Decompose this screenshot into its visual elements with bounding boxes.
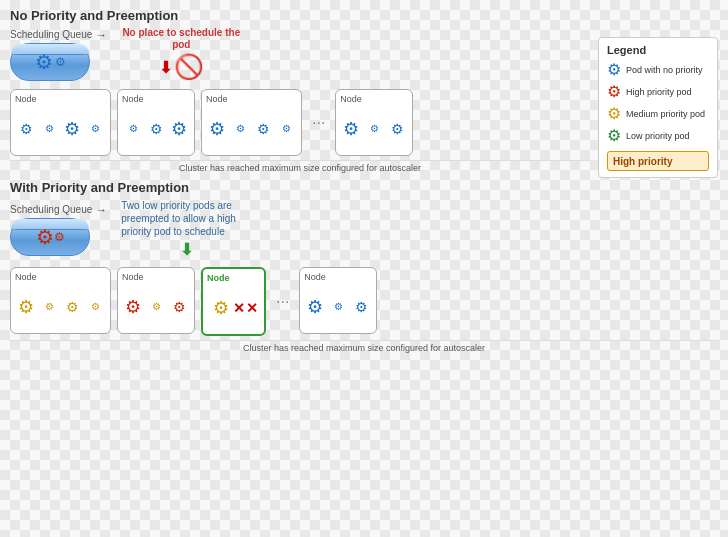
top-node-2-label: Node bbox=[122, 94, 190, 104]
bottom-node-2-label: Node bbox=[122, 272, 190, 282]
bottom-queue-label: Scheduling Queue bbox=[10, 204, 92, 215]
dots-1: ··· bbox=[308, 114, 329, 132]
bottom-node-2: Node ⚙ ⚙ ⚙ bbox=[117, 267, 195, 334]
pod-c1: ⚙ bbox=[206, 118, 228, 140]
high-priority-box: High priority bbox=[607, 151, 709, 171]
bottom-node-3-label: Node bbox=[207, 273, 260, 283]
pod-c4: ⚙ bbox=[275, 118, 297, 140]
bottom-node-1: Node ⚙ ⚙ ⚙ ⚙ bbox=[10, 267, 111, 334]
bottom-node-4-label: Node bbox=[304, 272, 372, 282]
top-section: No Priority and Preemption Scheduling Qu… bbox=[10, 8, 718, 178]
pod-ry1: ⚙ bbox=[145, 296, 167, 318]
pod-bn2: ⚙ bbox=[327, 296, 349, 318]
top-node-4-label: Node bbox=[340, 94, 408, 104]
bottom-left-area: Scheduling Queue → ⚙ ⚙ Two low priority … bbox=[10, 199, 718, 353]
top-section-title: No Priority and Preemption bbox=[10, 8, 718, 23]
bottom-cylinder-pod2: ⚙ bbox=[54, 230, 65, 244]
no-schedule-area: No place to schedule the pod ⬇ 🚫 bbox=[121, 27, 241, 81]
top-node-4: Node ⚙ ⚙ ⚙ bbox=[335, 89, 413, 156]
legend-yellow-icon: ⚙ bbox=[607, 104, 621, 123]
dots-2: ··· bbox=[272, 293, 293, 311]
pod-b3: ⚙ bbox=[168, 118, 190, 140]
preemption-area: Two low priority pods are preempted to a… bbox=[121, 199, 251, 259]
pod-yn1: ⚙ bbox=[210, 297, 232, 319]
top-node-2-content: ⚙ ⚙ ⚙ bbox=[122, 106, 190, 151]
top-cylinder: ⚙ ⚙ bbox=[10, 43, 90, 81]
no-sign: 🚫 bbox=[174, 53, 204, 81]
main-container: No Priority and Preemption Scheduling Qu… bbox=[0, 0, 728, 361]
legend-red-icon: ⚙ bbox=[607, 82, 621, 101]
pod-r2: ⚙ bbox=[168, 296, 190, 318]
bottom-nodes-row: Node ⚙ ⚙ ⚙ ⚙ Node ⚙ ⚙ bbox=[10, 267, 718, 336]
bottom-node-4-content: ⚙ ⚙ ⚙ bbox=[304, 284, 372, 329]
pod-c2: ⚙ bbox=[229, 118, 251, 140]
pod-blue-1: ⚙ bbox=[15, 118, 37, 140]
top-queue-arrow: → bbox=[95, 28, 107, 42]
bottom-cylinder-pod: ⚙ bbox=[36, 225, 54, 249]
pod-bn1: ⚙ bbox=[304, 296, 326, 318]
bottom-node-2-content: ⚙ ⚙ ⚙ bbox=[122, 284, 190, 329]
legend-green-text: Low priority pod bbox=[626, 131, 690, 141]
top-cylinder-pod: ⚙ bbox=[35, 50, 53, 74]
pod-y4: ⚙ bbox=[84, 296, 106, 318]
pod-y3: ⚙ bbox=[61, 296, 83, 318]
bottom-cylinder: ⚙ ⚙ bbox=[10, 218, 90, 256]
pod-c3: ⚙ bbox=[252, 118, 274, 140]
no-place-label: No place to schedule the pod bbox=[121, 27, 241, 51]
x-mark-2: ✕ bbox=[246, 300, 258, 316]
bottom-node-1-label: Node bbox=[15, 272, 106, 282]
bottom-queue-arrow: → bbox=[95, 203, 107, 217]
legend-yellow-text: Medium priority pod bbox=[626, 109, 705, 119]
pod-blue-3: ⚙ bbox=[61, 118, 83, 140]
legend-item-green: ⚙ Low priority pod bbox=[607, 126, 709, 145]
legend-item-yellow: ⚙ Medium priority pod bbox=[607, 104, 709, 123]
top-cylinder-pod2: ⚙ bbox=[55, 55, 66, 69]
pod-r1: ⚙ bbox=[122, 296, 144, 318]
top-node-1-content: ⚙ ⚙ ⚙ ⚙ bbox=[15, 106, 106, 151]
pod-b1: ⚙ bbox=[122, 118, 144, 140]
pod-b2: ⚙ bbox=[145, 118, 167, 140]
pod-y2: ⚙ bbox=[38, 296, 60, 318]
top-node-1-label: Node bbox=[15, 94, 106, 104]
legend-item-blue: ⚙ Pod with no priority bbox=[607, 60, 709, 79]
legend-green-icon: ⚙ bbox=[607, 126, 621, 145]
legend-box: Legend ⚙ Pod with no priority ⚙ High pri… bbox=[598, 37, 718, 178]
pod-blue-2: ⚙ bbox=[38, 118, 60, 140]
top-nodes-row: Node ⚙ ⚙ ⚙ ⚙ Node ⚙ ⚙ bbox=[10, 89, 590, 156]
pod-d1: ⚙ bbox=[340, 118, 362, 140]
legend-item-red: ⚙ High priority pod bbox=[607, 82, 709, 101]
preemption-label: Two low priority pods are preempted to a… bbox=[121, 199, 251, 238]
bottom-scheduling-row: Scheduling Queue → ⚙ ⚙ Two low priority … bbox=[10, 199, 718, 259]
bottom-node-1-content: ⚙ ⚙ ⚙ ⚙ bbox=[15, 284, 106, 329]
top-node-2: Node ⚙ ⚙ ⚙ bbox=[117, 89, 195, 156]
top-node-3-content: ⚙ ⚙ ⚙ ⚙ bbox=[206, 106, 297, 151]
top-node-1: Node ⚙ ⚙ ⚙ ⚙ bbox=[10, 89, 111, 156]
x-mark-1: ✕ bbox=[233, 300, 245, 316]
high-priority-label: High priority bbox=[613, 156, 672, 167]
green-arrow: ⬇ bbox=[180, 240, 193, 259]
top-node-3: Node ⚙ ⚙ ⚙ ⚙ bbox=[201, 89, 302, 156]
bottom-node-3-content: ⚙ ✕ ✕ bbox=[207, 285, 260, 330]
top-cluster-label: Cluster has reached maximum size configu… bbox=[10, 160, 590, 173]
top-scheduling-row: Scheduling Queue → ⚙ ⚙ No place to sched… bbox=[10, 27, 590, 81]
pod-bn3: ⚙ bbox=[350, 296, 372, 318]
top-node-3-label: Node bbox=[206, 94, 297, 104]
bottom-cluster-label: Cluster has reached maximum size configu… bbox=[10, 340, 718, 353]
bottom-node-3: Node ⚙ ✕ ✕ bbox=[201, 267, 266, 336]
pod-d2: ⚙ bbox=[363, 118, 385, 140]
bottom-content: Scheduling Queue → ⚙ ⚙ Two low priority … bbox=[10, 199, 718, 353]
red-arrow: ⬇ bbox=[159, 58, 172, 77]
pod-blue-4: ⚙ bbox=[84, 118, 106, 140]
pod-y1: ⚙ bbox=[15, 296, 37, 318]
legend-blue-icon: ⚙ bbox=[607, 60, 621, 79]
legend-title: Legend bbox=[607, 44, 709, 56]
top-node-4-content: ⚙ ⚙ ⚙ bbox=[340, 106, 408, 151]
legend-blue-text: Pod with no priority bbox=[626, 65, 703, 75]
bottom-section: With Priority and Preemption Scheduling … bbox=[10, 180, 718, 353]
top-left-area: Scheduling Queue → ⚙ ⚙ No place to sched… bbox=[10, 27, 590, 173]
bottom-section-title: With Priority and Preemption bbox=[10, 180, 718, 195]
pod-d3: ⚙ bbox=[386, 118, 408, 140]
top-queue-label: Scheduling Queue bbox=[10, 29, 92, 40]
legend-red-text: High priority pod bbox=[626, 87, 692, 97]
bottom-node-4: Node ⚙ ⚙ ⚙ bbox=[299, 267, 377, 334]
